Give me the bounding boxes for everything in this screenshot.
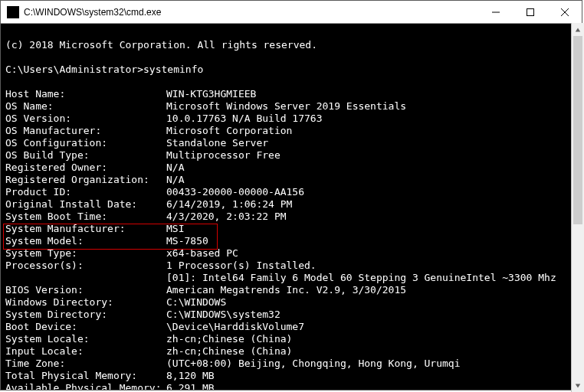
info-value: American Megatrends Inc. V2.9, 3/30/2015 — [166, 284, 406, 296]
info-value: Microsoft Corporation — [166, 125, 292, 137]
info-label: OS Version: — [5, 113, 166, 125]
scrollbar-thumb[interactable] — [573, 36, 582, 224]
info-value: 6,291 MB — [166, 382, 215, 390]
info-row: [01]: Intel64 Family 6 Model 60 Stepping… — [5, 272, 577, 284]
info-label: OS Build Type: — [5, 149, 166, 162]
info-label — [5, 272, 166, 284]
info-label: Time Zone: — [5, 358, 166, 370]
info-label: Original Install Date: — [5, 198, 166, 211]
close-button[interactable] — [547, 1, 582, 24]
cmd-window: C:\WINDOWS\system32\cmd.exe (c) 2018 Mic… — [0, 0, 582, 390]
info-label: System Directory: — [5, 309, 166, 321]
info-row: Boot Device:\Device\HarddiskVolume7 — [5, 321, 577, 333]
info-value: \Device\HarddiskVolume7 — [166, 321, 304, 333]
copyright-line: (c) 2018 Microsoft Corporation. All righ… — [5, 39, 317, 51]
info-row: OS Configuration:Standalone Server — [5, 137, 577, 149]
info-value: 1 Processor(s) Installed. — [166, 260, 317, 272]
info-label: Registered Organization: — [5, 174, 166, 186]
info-label: Processor(s): — [5, 260, 166, 272]
info-value: 00433-20000-00000-AA156 — [166, 186, 304, 198]
info-row: System Locale:zh-cn;Chinese (China) — [5, 333, 577, 345]
svg-marker-5 — [576, 384, 580, 387]
info-value: C:\WINDOWS — [166, 296, 226, 309]
info-label: System Boot Time: — [5, 211, 166, 223]
info-value: Multiprocessor Free — [166, 149, 281, 162]
maximize-icon — [527, 8, 534, 16]
info-row: Registered Owner:N/A — [5, 162, 577, 174]
prompt-line: C:\Users\Administrator>systeminfo — [5, 64, 203, 75]
info-label: System Locale: — [5, 333, 166, 345]
info-value: MS-7850 — [166, 235, 208, 247]
info-label: OS Manufacturer: — [5, 125, 166, 137]
scrollbar-track[interactable] — [572, 36, 584, 379]
info-row: System Model:MS-7850 — [5, 235, 577, 247]
info-value: zh-cn;Chinese (China) — [166, 345, 292, 358]
info-value: Microsoft Windows Server 2019 Essentials — [166, 100, 406, 113]
info-label: System Manufacturer: — [5, 223, 166, 235]
info-label: System Model: — [5, 235, 166, 247]
info-row: Total Physical Memory:8,120 MB — [5, 370, 577, 382]
info-label: Total Physical Memory: — [5, 370, 166, 382]
cmd-icon — [7, 6, 19, 18]
info-row: OS Manufacturer:Microsoft Corporation — [5, 125, 577, 137]
info-value: [01]: Intel64 Family 6 Model 60 Stepping… — [166, 272, 556, 284]
info-row: Registered Organization:N/A — [5, 174, 577, 186]
info-row: OS Build Type:Multiprocessor Free — [5, 149, 577, 162]
scroll-up-button[interactable] — [572, 23, 584, 36]
info-value: x64-based PC — [166, 247, 238, 260]
info-row: Processor(s):1 Processor(s) Installed. — [5, 260, 577, 272]
info-value: WIN-KTG3HGMIEEB — [166, 88, 256, 100]
info-row: Time Zone:(UTC+08:00) Beijing, Chongqing… — [5, 358, 577, 370]
minimize-icon — [492, 8, 500, 16]
close-icon — [561, 8, 569, 16]
scroll-down-button[interactable] — [572, 379, 584, 392]
info-row: Host Name:WIN-KTG3HGMIEEB — [5, 88, 577, 100]
svg-rect-1 — [527, 8, 533, 15]
info-label: Input Locale: — [5, 345, 166, 358]
info-row: Input Locale:zh-cn;Chinese (China) — [5, 345, 577, 358]
vertical-scrollbar[interactable] — [571, 23, 584, 392]
info-label: Host Name: — [5, 88, 166, 100]
info-label: Available Physical Memory: — [5, 382, 166, 390]
chevron-down-icon — [575, 383, 581, 389]
info-row: System Type:x64-based PC — [5, 247, 577, 260]
info-row: BIOS Version:American Megatrends Inc. V2… — [5, 284, 577, 296]
info-value: N/A — [166, 162, 184, 174]
info-label: OS Configuration: — [5, 137, 166, 149]
info-label: System Type: — [5, 247, 166, 260]
info-label: BIOS Version: — [5, 284, 166, 296]
info-label: Product ID: — [5, 186, 166, 198]
info-value: zh-cn;Chinese (China) — [166, 333, 292, 345]
info-value: 4/3/2020, 2:03:22 PM — [166, 211, 287, 223]
info-label: Windows Directory: — [5, 296, 166, 309]
info-row: OS Name:Microsoft Windows Server 2019 Es… — [5, 100, 577, 113]
window-title: C:\WINDOWS\system32\cmd.exe — [24, 7, 478, 18]
info-value: Standalone Server — [166, 137, 268, 149]
info-row: System Manufacturer:MSI — [5, 223, 577, 235]
info-value: 10.0.17763 N/A Build 17763 — [166, 113, 323, 125]
info-value: MSI — [166, 223, 184, 235]
info-row: OS Version:10.0.17763 N/A Build 17763 — [5, 113, 577, 125]
minimize-button[interactable] — [478, 1, 513, 24]
info-value: (UTC+08:00) Beijing, Chongqing, Hong Kon… — [166, 358, 461, 370]
maximize-button[interactable] — [513, 1, 547, 24]
info-label: Boot Device: — [5, 321, 166, 333]
info-row: System Boot Time:4/3/2020, 2:03:22 PM — [5, 211, 577, 223]
info-row: System Directory:C:\WINDOWS\system32 — [5, 309, 577, 321]
info-value: 8,120 MB — [166, 370, 215, 382]
info-label: Registered Owner: — [5, 162, 166, 174]
terminal-output[interactable]: (c) 2018 Microsoft Corporation. All righ… — [1, 24, 582, 390]
info-row: Available Physical Memory:6,291 MB — [5, 382, 577, 390]
titlebar[interactable]: C:\WINDOWS\system32\cmd.exe — [1, 1, 582, 24]
info-row: Product ID:00433-20000-00000-AA156 — [5, 186, 577, 198]
chevron-up-icon — [575, 27, 581, 33]
info-row: Windows Directory:C:\WINDOWS — [5, 296, 577, 309]
info-value: C:\WINDOWS\system32 — [166, 309, 281, 321]
info-value: N/A — [166, 174, 184, 186]
svg-marker-4 — [576, 28, 580, 31]
info-row: Original Install Date:6/14/2019, 1:06:24… — [5, 198, 577, 211]
info-value: 6/14/2019, 1:06:24 PM — [166, 198, 292, 211]
info-label: OS Name: — [5, 100, 166, 113]
